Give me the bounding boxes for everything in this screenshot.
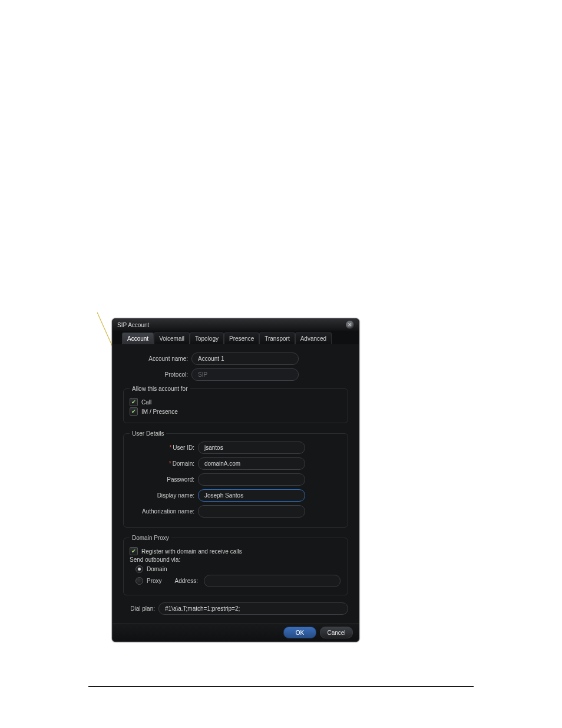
tab-advanced[interactable]: Advanced	[295, 332, 332, 344]
checkbox-checked-icon: ✔	[130, 398, 138, 406]
allow-im-checkbox[interactable]: ✔ IM / Presence	[130, 407, 342, 416]
radio-selected-icon	[135, 565, 143, 573]
dialog-titlebar[interactable]: SIP Account ✕	[113, 319, 359, 331]
ok-button[interactable]: OK	[283, 627, 316, 638]
account-name-input[interactable]	[191, 353, 299, 365]
tab-account[interactable]: Account	[122, 332, 154, 344]
user-details-group: User Details *User ID: *Domain: Password…	[123, 430, 348, 528]
register-label: Register with domain and receive calls	[141, 548, 242, 555]
checkbox-checked-icon: ✔	[130, 547, 138, 555]
proxy-address-input[interactable]	[204, 575, 340, 587]
userid-input[interactable]	[198, 442, 305, 454]
page-rule	[88, 686, 474, 687]
password-input[interactable]	[198, 473, 305, 486]
tab-presence[interactable]: Presence	[224, 332, 259, 344]
display-name-input[interactable]	[198, 489, 305, 502]
auth-name-label: Authorization name:	[130, 508, 198, 515]
tab-topology[interactable]: Topology	[190, 332, 224, 344]
radio-proxy[interactable]: Proxy Address:	[135, 575, 342, 587]
protocol-input	[191, 368, 299, 381]
register-checkbox[interactable]: ✔ Register with domain and receive calls	[130, 547, 342, 555]
password-label: Password:	[130, 476, 198, 483]
radio-domain-label: Domain	[147, 566, 167, 572]
dialog-title: SIP Account	[117, 322, 149, 328]
user-details-legend: User Details	[130, 430, 166, 437]
cancel-button[interactable]: Cancel	[320, 627, 353, 638]
domain-input[interactable]	[198, 457, 305, 470]
domain-proxy-legend: Domain Proxy	[130, 535, 171, 541]
checkbox-checked-icon: ✔	[130, 407, 138, 416]
auth-name-input[interactable]	[198, 505, 305, 518]
allow-call-label: Call	[141, 399, 151, 406]
close-icon[interactable]: ✕	[346, 321, 354, 329]
sip-account-dialog: SIP Account ✕ Account Voicemail Topology…	[112, 318, 359, 642]
allow-account-legend: Allow this account for	[130, 386, 190, 392]
allow-account-group: Allow this account for ✔ Call ✔ IM / Pre…	[123, 386, 348, 423]
domain-label: *Domain:	[130, 460, 198, 467]
dialog-button-bar: OK Cancel	[113, 623, 359, 641]
tab-transport[interactable]: Transport	[259, 332, 295, 344]
tab-bar: Account Voicemail Topology Presence Tran…	[113, 331, 359, 344]
proxy-address-label: Address:	[175, 578, 198, 584]
dialplan-label: Dial plan:	[123, 605, 158, 612]
allow-im-label: IM / Presence	[141, 409, 178, 415]
display-name-label: Display name:	[130, 492, 198, 499]
tab-voicemail[interactable]: Voicemail	[154, 332, 190, 344]
radio-domain[interactable]: Domain	[135, 565, 342, 573]
dialplan-input[interactable]	[158, 602, 348, 615]
userid-label: *User ID:	[130, 444, 198, 451]
account-name-label: Account name:	[123, 355, 191, 362]
protocol-label: Protocol:	[123, 371, 191, 378]
allow-call-checkbox[interactable]: ✔ Call	[130, 398, 342, 406]
page: SIP Account ✕ Account Voicemail Topology…	[0, 0, 562, 728]
send-outbound-label: Send outbound via:	[130, 556, 342, 563]
domain-proxy-group: Domain Proxy ✔ Register with domain and …	[123, 535, 348, 595]
radio-unselected-icon	[135, 577, 143, 585]
dialog-body: Account name: Protocol: Allow this accou…	[113, 344, 359, 623]
radio-proxy-label: Proxy	[147, 578, 162, 584]
